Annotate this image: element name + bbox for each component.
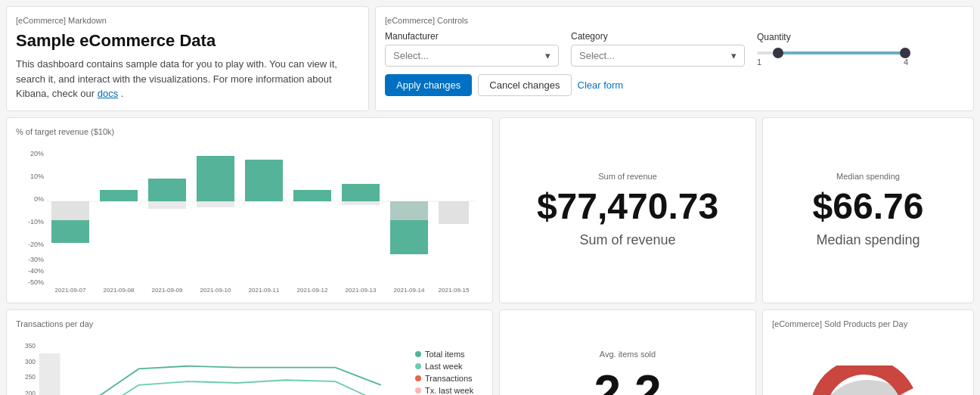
svg-rect-15 [197,201,234,207]
median-spending-value: $66.76 [813,187,924,227]
quantity-slider[interactable]: 1 4 [757,45,908,67]
slider-min-label: 1 [757,58,761,67]
legend-dot-txlastweek [415,387,421,393]
svg-rect-13 [148,201,186,209]
legend-dot-lastweek [415,363,421,369]
svg-text:2021-09-09: 2021-09-09 [152,287,183,294]
svg-text:2021-09-15: 2021-09-15 [439,287,470,294]
apply-button[interactable]: Apply changes [385,74,472,96]
svg-rect-41 [39,353,60,396]
svg-rect-14 [197,156,234,201]
svg-text:0%: 0% [34,195,44,203]
svg-rect-22 [439,201,469,224]
sold-products-title: [eCommerce] Sold Products per Day [772,319,964,328]
svg-text:350: 350 [25,341,36,349]
line-chart-svg: 350 300 250 200 150 100 50 0 [16,334,409,396]
svg-text:-30%: -30% [28,256,44,263]
median-spending-label: Median spending [816,232,920,248]
legend-total-items: Total items [415,350,483,359]
quantity-control: Quantity 1 4 [757,32,908,67]
svg-text:10%: 10% [30,173,44,180]
markdown-panel-title: [eCommerce] Markdown [16,16,359,25]
slider-max-label: 4 [904,58,908,67]
svg-text:250: 250 [25,373,36,381]
legend-dot-total [415,351,421,357]
svg-rect-21 [390,201,428,220]
svg-text:20%: 20% [30,150,44,157]
slider-track [757,51,908,54]
docs-link[interactable]: docs [98,88,118,99]
avg-items-value: 2.2 [594,365,662,396]
sum-revenue-label: Sum of revenue [579,232,675,248]
manufacturer-control: Manufacturer Select... ▾ [385,31,559,67]
manufacturer-label: Manufacturer [385,31,559,42]
bar-chart-title: % of target revenue ($10k) [16,127,483,136]
category-label: Category [571,31,745,42]
svg-text:-50%: -50% [28,278,44,286]
category-control: Category Select... ▾ [571,31,745,67]
slider-fill [778,51,905,54]
bar-chart-panel: % of target revenue ($10k) 20% 10% 0% -1… [6,117,493,303]
bar-chart-area: 20% 10% 0% -10% -20% -30% -40% -50% [16,142,483,294]
legend-tx-lastweek: Tx. last week [415,386,483,395]
category-chevron-icon: ▾ [731,50,737,61]
category-placeholder: Select... [579,50,615,61]
chart-legend: Total items Last week Transactions Tx. l… [415,334,483,396]
svg-text:300: 300 [25,357,36,365]
svg-rect-12 [148,179,186,201]
sum-revenue-value: $77,470.73 [537,187,718,227]
svg-text:2021-09-10: 2021-09-10 [200,287,231,294]
svg-text:200: 200 [25,389,36,395]
transactions-title: Transactions per day [16,319,483,328]
sum-revenue-title: Sum of revenue [598,172,657,181]
controls-panel: [eCommerce] Controls Manufacturer Select… [375,6,974,111]
svg-text:2021-09-13: 2021-09-13 [346,287,377,294]
donut-chart: Trxns / day 149.3 [808,365,929,395]
markdown-body: This dashboard contains sample data for … [16,57,359,101]
transactions-panel: Transactions per day 350 300 250 200 150… [6,309,493,396]
svg-text:2021-09-07: 2021-09-07 [55,287,86,294]
svg-text:2021-09-08: 2021-09-08 [104,287,135,294]
slider-labels: 1 4 [757,58,908,67]
cancel-button[interactable]: Cancel changes [478,74,571,96]
slider-thumb-left[interactable] [773,48,783,58]
median-spending-title: Median spending [836,172,900,181]
legend-transactions: Transactions [415,374,483,383]
svg-text:2021-09-11: 2021-09-11 [249,287,280,294]
quantity-label: Quantity [757,32,908,42]
svg-rect-18 [342,184,380,201]
donut-svg [808,365,929,395]
svg-text:-10%: -10% [28,218,44,225]
sold-products-panel: [eCommerce] Sold Products per Day Trxns … [762,309,974,396]
avg-items-panel: Avg. items sold 2.2 Avg. items sold [499,309,756,396]
category-select[interactable]: Select... ▾ [571,45,745,67]
slider-thumb-right[interactable] [900,48,910,58]
svg-rect-10 [51,220,89,243]
sum-revenue-panel: Sum of revenue $77,470.73 Sum of revenue [499,117,756,303]
median-spending-panel: Median spending $66.76 Median spending [762,117,974,303]
controls-panel-title: [eCommerce] Controls [385,16,964,25]
svg-rect-17 [293,190,331,201]
svg-text:-20%: -20% [28,241,44,248]
markdown-heading: Sample eCommerce Data [16,31,359,51]
manufacturer-chevron-icon: ▾ [545,50,550,61]
svg-rect-11 [100,190,138,201]
avg-items-title: Avg. items sold [600,350,656,359]
svg-rect-19 [342,201,380,205]
clear-button[interactable]: Clear form [578,79,624,91]
svg-rect-16 [245,160,283,201]
markdown-panel: [eCommerce] Markdown Sample eCommerce Da… [6,6,369,111]
svg-text:2021-09-12: 2021-09-12 [297,287,328,294]
legend-dot-transactions [415,375,421,381]
bar-chart-svg: 20% 10% 0% -10% -20% -30% -40% -50% [16,142,483,294]
svg-text:-40%: -40% [28,267,44,275]
manufacturer-select[interactable]: Select... ▾ [385,45,559,67]
manufacturer-placeholder: Select... [393,50,429,61]
controls-actions: Apply changes Cancel changes Clear form [385,74,964,96]
legend-last-week: Last week [415,362,483,371]
svg-text:2021-09-14: 2021-09-14 [394,287,425,294]
